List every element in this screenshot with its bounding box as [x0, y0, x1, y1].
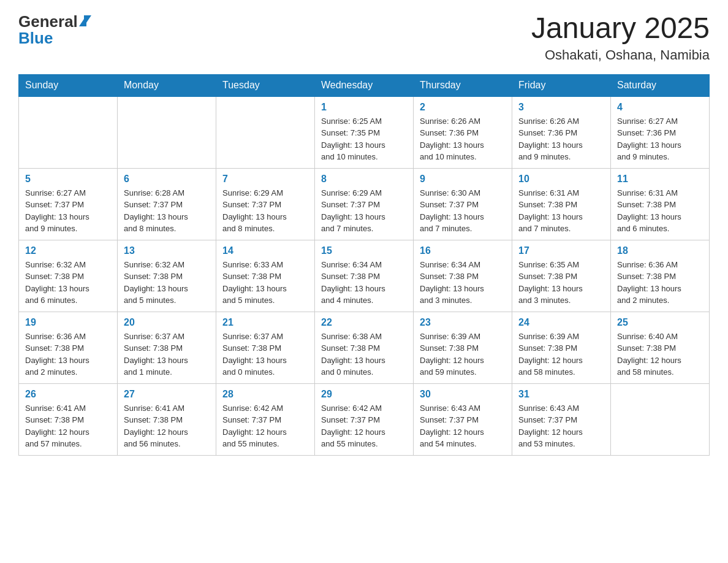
day-number: 12 — [25, 245, 111, 256]
calendar-cell: 12Sunrise: 6:32 AMSunset: 7:38 PMDayligh… — [19, 240, 118, 312]
calendar-header-row: SundayMondayTuesdayWednesdayThursdayFrid… — [19, 74, 710, 96]
calendar-cell — [118, 96, 216, 169]
day-number: 2 — [420, 102, 506, 113]
day-number: 24 — [518, 317, 604, 328]
day-info: Sunrise: 6:32 AMSunset: 7:38 PMDaylight:… — [25, 259, 111, 307]
day-number: 5 — [25, 174, 111, 185]
day-number: 21 — [222, 317, 308, 328]
calendar-subtitle: Oshakati, Oshana, Namibia — [531, 47, 710, 63]
day-number: 20 — [124, 317, 210, 328]
day-number: 14 — [222, 245, 308, 256]
calendar-cell: 9Sunrise: 6:30 AMSunset: 7:37 PMDaylight… — [414, 168, 512, 240]
day-info: Sunrise: 6:33 AMSunset: 7:38 PMDaylight:… — [222, 259, 308, 307]
day-info: Sunrise: 6:36 AMSunset: 7:38 PMDaylight:… — [617, 259, 703, 307]
calendar-title: January 2025 — [531, 12, 710, 45]
day-info: Sunrise: 6:43 AMSunset: 7:37 PMDaylight:… — [420, 402, 506, 450]
day-info: Sunrise: 6:29 AMSunset: 7:37 PMDaylight:… — [321, 187, 407, 235]
day-number: 6 — [124, 174, 210, 185]
day-number: 30 — [420, 389, 506, 400]
calendar-cell: 23Sunrise: 6:39 AMSunset: 7:38 PMDayligh… — [414, 312, 512, 383]
day-number: 28 — [222, 389, 308, 400]
day-info: Sunrise: 6:42 AMSunset: 7:37 PMDaylight:… — [222, 402, 308, 450]
header-saturday: Saturday — [611, 74, 710, 96]
logo: General Blue — [18, 12, 91, 48]
day-number: 1 — [321, 102, 407, 113]
day-number: 3 — [518, 102, 604, 113]
header-tuesday: Tuesday — [216, 74, 315, 96]
calendar-cell: 13Sunrise: 6:32 AMSunset: 7:38 PMDayligh… — [118, 240, 216, 312]
calendar-cell: 11Sunrise: 6:31 AMSunset: 7:38 PMDayligh… — [611, 168, 710, 240]
day-info: Sunrise: 6:37 AMSunset: 7:38 PMDaylight:… — [222, 331, 308, 378]
day-number: 31 — [518, 389, 604, 400]
calendar-cell: 21Sunrise: 6:37 AMSunset: 7:38 PMDayligh… — [216, 312, 315, 383]
calendar-cell: 31Sunrise: 6:43 AMSunset: 7:37 PMDayligh… — [512, 383, 611, 455]
day-info: Sunrise: 6:31 AMSunset: 7:38 PMDaylight:… — [617, 187, 703, 235]
day-number: 26 — [25, 389, 111, 400]
calendar-cell: 25Sunrise: 6:40 AMSunset: 7:38 PMDayligh… — [611, 312, 710, 383]
header-monday: Monday — [118, 74, 216, 96]
day-number: 22 — [321, 317, 407, 328]
calendar-cell: 22Sunrise: 6:38 AMSunset: 7:38 PMDayligh… — [315, 312, 414, 383]
calendar-cell: 18Sunrise: 6:36 AMSunset: 7:38 PMDayligh… — [611, 240, 710, 312]
day-number: 10 — [518, 174, 604, 185]
day-info: Sunrise: 6:34 AMSunset: 7:38 PMDaylight:… — [420, 259, 506, 307]
day-info: Sunrise: 6:25 AMSunset: 7:35 PMDaylight:… — [321, 115, 407, 163]
calendar-cell — [611, 383, 710, 455]
calendar-cell: 26Sunrise: 6:41 AMSunset: 7:38 PMDayligh… — [19, 383, 118, 455]
calendar-cell — [216, 96, 315, 169]
day-info: Sunrise: 6:36 AMSunset: 7:38 PMDaylight:… — [25, 331, 111, 378]
calendar-cell: 24Sunrise: 6:39 AMSunset: 7:38 PMDayligh… — [512, 312, 611, 383]
day-info: Sunrise: 6:38 AMSunset: 7:38 PMDaylight:… — [321, 331, 407, 378]
calendar-cell — [19, 96, 118, 169]
calendar-cell: 6Sunrise: 6:28 AMSunset: 7:37 PMDaylight… — [118, 168, 216, 240]
header-sunday: Sunday — [19, 74, 118, 96]
day-number: 18 — [617, 245, 703, 256]
day-number: 19 — [25, 317, 111, 328]
page-header: General Blue January 2025 Oshakati, Osha… — [18, 12, 710, 63]
day-info: Sunrise: 6:39 AMSunset: 7:38 PMDaylight:… — [420, 331, 506, 378]
calendar-cell: 30Sunrise: 6:43 AMSunset: 7:37 PMDayligh… — [414, 383, 512, 455]
day-info: Sunrise: 6:41 AMSunset: 7:38 PMDaylight:… — [25, 402, 111, 450]
calendar-cell: 1Sunrise: 6:25 AMSunset: 7:35 PMDaylight… — [315, 96, 414, 169]
day-info: Sunrise: 6:34 AMSunset: 7:38 PMDaylight:… — [321, 259, 407, 307]
day-info: Sunrise: 6:30 AMSunset: 7:37 PMDaylight:… — [420, 187, 506, 235]
day-number: 11 — [617, 174, 703, 185]
day-number: 27 — [124, 389, 210, 400]
calendar-cell: 19Sunrise: 6:36 AMSunset: 7:38 PMDayligh… — [19, 312, 118, 383]
calendar-cell: 28Sunrise: 6:42 AMSunset: 7:37 PMDayligh… — [216, 383, 315, 455]
calendar-cell: 5Sunrise: 6:27 AMSunset: 7:37 PMDaylight… — [19, 168, 118, 240]
day-info: Sunrise: 6:43 AMSunset: 7:37 PMDaylight:… — [518, 402, 604, 450]
day-number: 9 — [420, 174, 506, 185]
calendar-week-2: 5Sunrise: 6:27 AMSunset: 7:37 PMDaylight… — [19, 168, 710, 240]
day-number: 7 — [222, 174, 308, 185]
day-number: 15 — [321, 245, 407, 256]
calendar-cell: 27Sunrise: 6:41 AMSunset: 7:38 PMDayligh… — [118, 383, 216, 455]
day-info: Sunrise: 6:39 AMSunset: 7:38 PMDaylight:… — [518, 331, 604, 378]
day-number: 25 — [617, 317, 703, 328]
calendar-cell: 20Sunrise: 6:37 AMSunset: 7:38 PMDayligh… — [118, 312, 216, 383]
calendar-cell: 7Sunrise: 6:29 AMSunset: 7:37 PMDaylight… — [216, 168, 315, 240]
calendar-table: SundayMondayTuesdayWednesdayThursdayFrid… — [18, 74, 710, 456]
calendar-cell: 2Sunrise: 6:26 AMSunset: 7:36 PMDaylight… — [414, 96, 512, 169]
day-number: 13 — [124, 245, 210, 256]
calendar-week-5: 26Sunrise: 6:41 AMSunset: 7:38 PMDayligh… — [19, 383, 710, 455]
day-info: Sunrise: 6:40 AMSunset: 7:38 PMDaylight:… — [617, 331, 703, 378]
calendar-cell: 29Sunrise: 6:42 AMSunset: 7:37 PMDayligh… — [315, 383, 414, 455]
day-info: Sunrise: 6:27 AMSunset: 7:37 PMDaylight:… — [25, 187, 111, 235]
logo-blue-text: Blue — [18, 29, 53, 48]
day-number: 8 — [321, 174, 407, 185]
day-info: Sunrise: 6:41 AMSunset: 7:38 PMDaylight:… — [124, 402, 210, 450]
calendar-cell: 3Sunrise: 6:26 AMSunset: 7:36 PMDaylight… — [512, 96, 611, 169]
calendar-week-1: 1Sunrise: 6:25 AMSunset: 7:35 PMDaylight… — [19, 96, 710, 169]
calendar-cell: 15Sunrise: 6:34 AMSunset: 7:38 PMDayligh… — [315, 240, 414, 312]
calendar-cell: 17Sunrise: 6:35 AMSunset: 7:38 PMDayligh… — [512, 240, 611, 312]
calendar-week-3: 12Sunrise: 6:32 AMSunset: 7:38 PMDayligh… — [19, 240, 710, 312]
day-number: 17 — [518, 245, 604, 256]
day-info: Sunrise: 6:29 AMSunset: 7:37 PMDaylight:… — [222, 187, 308, 235]
calendar-week-4: 19Sunrise: 6:36 AMSunset: 7:38 PMDayligh… — [19, 312, 710, 383]
day-info: Sunrise: 6:28 AMSunset: 7:37 PMDaylight:… — [124, 187, 210, 235]
calendar-cell: 14Sunrise: 6:33 AMSunset: 7:38 PMDayligh… — [216, 240, 315, 312]
day-info: Sunrise: 6:26 AMSunset: 7:36 PMDaylight:… — [518, 115, 604, 163]
day-info: Sunrise: 6:37 AMSunset: 7:38 PMDaylight:… — [124, 331, 210, 378]
day-number: 23 — [420, 317, 506, 328]
